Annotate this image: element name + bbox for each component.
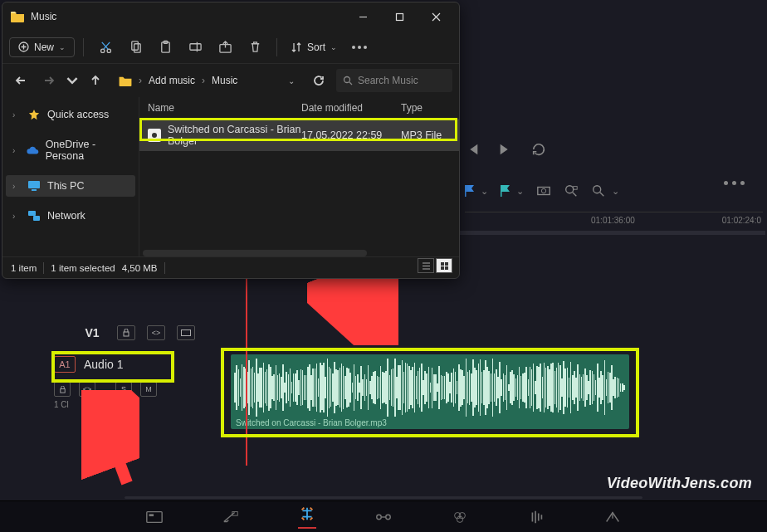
copy-icon[interactable] <box>122 35 149 60</box>
forward-button[interactable] <box>37 69 61 92</box>
cut-icon[interactable] <box>92 35 119 60</box>
svg-rect-35 <box>441 262 444 266</box>
mp3-icon <box>148 129 161 142</box>
video-track-label: V1 <box>79 326 105 339</box>
status-items: 1 item <box>11 263 37 273</box>
maximize-button[interactable] <box>381 4 418 29</box>
svg-point-16 <box>386 515 391 520</box>
sidebar-item-onedrive[interactable]: › OneDrive - Persona <box>6 134 135 167</box>
svg-point-22 <box>100 49 104 52</box>
svg-point-4 <box>566 186 574 193</box>
col-date[interactable]: Date modified <box>301 102 401 114</box>
timeline-ruler[interactable]: 01:01:36:00 01:02:24:0 <box>465 212 763 228</box>
zoom-to-fit-icon[interactable] <box>536 183 551 198</box>
thumbnails-view-button[interactable] <box>436 258 452 273</box>
breadcrumb-item[interactable]: Add music <box>149 75 195 86</box>
watermark: VideoWithJens.com <box>607 475 752 492</box>
fusion-page-icon[interactable] <box>374 509 393 525</box>
folder-icon <box>11 11 24 22</box>
svg-rect-31 <box>28 181 40 188</box>
lock-icon[interactable] <box>117 325 135 340</box>
close-button[interactable] <box>418 4 454 29</box>
deliver-page-icon[interactable] <box>603 509 622 525</box>
zoom-icon[interactable] <box>591 183 606 198</box>
command-bar: New ⌄ Sort ⌄ <box>2 31 459 64</box>
audio-clip[interactable]: Switched on Carcassi - Brian Bolger.mp3 <box>231 354 629 429</box>
svg-rect-25 <box>134 44 140 52</box>
col-type[interactable]: Type <box>401 102 451 114</box>
sort-label: Sort <box>307 41 325 53</box>
sidebar-item-this-pc[interactable]: › This PC <box>6 175 135 197</box>
svg-rect-37 <box>441 266 444 270</box>
details-view-button[interactable] <box>418 258 434 273</box>
recent-dropdown-icon[interactable] <box>66 69 79 92</box>
fairlight-page-icon[interactable] <box>527 509 545 525</box>
svg-rect-5 <box>574 187 578 190</box>
media-page-icon[interactable] <box>145 509 164 525</box>
flag-blue-icon[interactable] <box>465 185 475 197</box>
video-track-header[interactable]: V1 <> <box>54 320 755 346</box>
sort-button[interactable]: Sort ⌄ <box>286 41 342 53</box>
sidebar-item-network[interactable]: › Network <box>6 205 135 227</box>
svg-rect-24 <box>131 41 138 50</box>
nav-bar: › Add music › Music ⌄ Search Music <box>2 64 459 97</box>
prev-icon[interactable] <box>465 142 480 157</box>
svg-rect-0 <box>465 185 467 197</box>
cut-page-icon[interactable] <box>222 509 240 525</box>
more-icon[interactable] <box>345 46 374 49</box>
zoom-detail-icon[interactable] <box>564 183 579 198</box>
flag-teal-icon[interactable] <box>501 185 511 197</box>
minimize-button[interactable] <box>344 4 381 29</box>
titlebar[interactable]: Music <box>2 2 459 31</box>
delete-icon[interactable] <box>242 35 268 60</box>
refresh-button[interactable] <box>306 69 331 92</box>
solo-button[interactable]: S <box>115 382 132 397</box>
frame-icon[interactable] <box>177 325 195 340</box>
svg-rect-34 <box>33 216 40 221</box>
page-nav <box>0 500 767 532</box>
svg-rect-36 <box>445 262 448 266</box>
svg-rect-33 <box>28 211 36 216</box>
new-button[interactable]: New ⌄ <box>9 37 75 57</box>
svg-rect-12 <box>147 511 162 522</box>
svg-point-3 <box>541 188 545 193</box>
color-page-icon[interactable] <box>451 509 469 525</box>
svg-rect-9 <box>60 388 64 393</box>
edit-page-icon[interactable] <box>298 505 316 529</box>
breadcrumb-item[interactable]: Music <box>212 75 237 86</box>
up-button[interactable] <box>84 69 107 92</box>
rename-icon[interactable] <box>182 35 208 60</box>
file-row[interactable]: Switched on Carcassi - Brian Bolger 17.0… <box>139 120 459 151</box>
file-type: MP3 File <box>401 129 451 141</box>
cloud-icon <box>27 144 39 156</box>
more-options-icon[interactable] <box>724 181 745 185</box>
svg-rect-38 <box>445 266 448 270</box>
breadcrumb[interactable]: › Add music › Music ⌄ <box>112 75 301 86</box>
svg-rect-1 <box>501 185 502 197</box>
auto-select-icon[interactable]: <> <box>79 382 95 397</box>
share-icon[interactable] <box>212 35 238 60</box>
file-name: Switched on Carcassi - Brian Bolger <box>168 124 301 147</box>
paste-icon[interactable] <box>152 35 178 60</box>
mute-button[interactable]: M <box>140 382 157 397</box>
new-label: New <box>34 41 54 53</box>
back-button[interactable] <box>9 69 32 92</box>
status-size: 4,50 MB <box>122 263 158 273</box>
lock-icon[interactable] <box>54 382 71 397</box>
svg-rect-20 <box>396 13 403 20</box>
loop-icon[interactable] <box>531 142 546 157</box>
status-bar: 1 item 1 item selected 4,50 MB <box>2 256 459 278</box>
svg-rect-7 <box>124 332 129 336</box>
next-icon[interactable] <box>498 142 513 157</box>
file-explorer-window: Music New ⌄ Sort ⌄ <box>2 2 460 279</box>
col-name[interactable]: Name <box>148 102 301 114</box>
sidebar-item-quick-access[interactable]: › Quick access <box>6 104 135 125</box>
auto-select-icon[interactable]: <> <box>147 325 165 340</box>
bottom-scroll[interactable] <box>125 496 642 499</box>
column-headers[interactable]: Name Date modified Type <box>139 97 459 120</box>
folder-icon <box>119 76 132 86</box>
clip-filename: Switched on Carcassi - Brian Bolger.mp3 <box>236 418 387 427</box>
search-input[interactable]: Search Music <box>336 69 452 92</box>
horizontal-scrollbar[interactable] <box>143 250 367 256</box>
audio-dest-button[interactable]: A1 <box>54 356 76 373</box>
